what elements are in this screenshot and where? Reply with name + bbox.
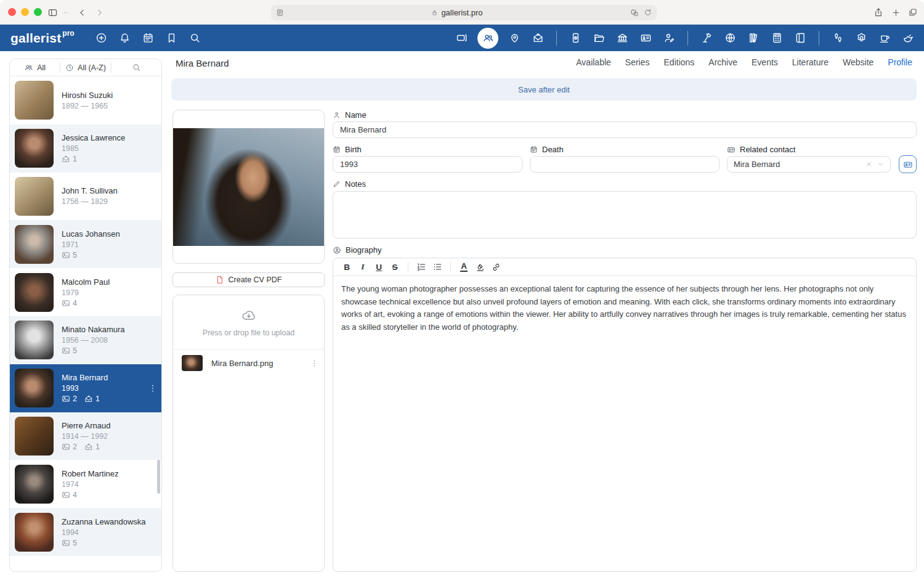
artist-dates: 1756 — 1829 [62,197,118,206]
underline-button[interactable]: U [371,260,386,274]
extensions-icon[interactable] [630,9,639,17]
file-dropzone[interactable]: Press or drop file to upload [173,295,324,349]
reload-icon[interactable] [644,9,652,17]
website-icon[interactable] [723,31,737,46]
biography-editor: BIUSA The young woman photographer posse… [333,258,917,572]
sidebar-scrollbar[interactable] [157,460,160,494]
artist-sidebar: All All (A-Z) Hiroshi Suzuki1892 — 1965J… [9,59,162,572]
birth-input[interactable] [333,156,522,173]
file-menu-icon[interactable] [310,359,319,368]
calendar-icon[interactable] [141,31,156,46]
artist-row[interactable]: John T. Sullivan1756 — 1829 [10,173,161,221]
notes-textarea[interactable] [333,191,917,239]
unordered-list-button[interactable] [430,260,445,274]
chevron-down-icon[interactable] [60,5,70,20]
zoom-window-button[interactable] [34,8,42,16]
contact-cards-icon[interactable] [638,31,653,46]
sidebar-search-button[interactable] [111,59,161,76]
add-icon[interactable] [94,31,109,46]
library-icon[interactable] [746,31,761,46]
contacts-icon[interactable] [477,28,498,49]
artist-row[interactable]: Zuzanna Lewandowska19945 [10,508,161,556]
cafe-icon[interactable] [877,31,892,46]
ordered-list-button[interactable] [414,260,429,274]
artist-portrait-image [173,128,324,246]
bold-button[interactable]: B [339,260,354,274]
locations-icon[interactable] [507,31,522,46]
artist-menu-icon[interactable] [148,383,158,393]
chevron-down-icon[interactable] [877,161,884,168]
text-color-button[interactable]: A [456,260,471,274]
artist-row[interactable]: Mira Bernard199321 [10,364,161,412]
artist-thumbnail [15,81,54,120]
back-button[interactable] [74,5,90,20]
biography-text[interactable]: The young woman photographer possesses a… [333,276,916,340]
artist-row[interactable]: Hiroshi Suzuki1892 — 1965 [10,76,161,125]
artist-row[interactable]: Minato Nakamura1956 — 20085 [10,316,161,364]
close-window-button[interactable] [8,8,16,16]
artist-row[interactable]: Pierre Arnaud1914 — 199221 [10,412,161,460]
artist-thumbnail [15,129,54,168]
link-button[interactable] [488,260,503,274]
search-icon[interactable] [188,31,203,46]
filter-all-button[interactable]: All [10,59,60,76]
reader-icon[interactable] [276,9,284,17]
minimize-window-button[interactable] [21,8,29,16]
artist-dates: 1979 [62,288,110,297]
tab-available[interactable]: Available [576,57,611,67]
italic-button[interactable]: I [355,260,370,274]
artist-thumbnail [15,273,54,312]
related-contact-value: Mira Bernard [734,160,865,169]
settings-icon[interactable] [854,31,869,46]
death-input[interactable] [530,156,719,173]
person-edit-icon[interactable] [662,31,676,46]
lamp-icon[interactable] [699,31,714,46]
publish-icon[interactable] [901,31,915,46]
calculator-icon[interactable] [769,31,784,46]
tab-editions[interactable]: Editions [664,57,695,67]
artist-thumbnail [15,465,54,504]
forward-button[interactable] [91,5,107,20]
app-logo[interactable]: gallerist pro [10,31,75,46]
url-bar[interactable]: gallerist.pro [271,5,657,20]
open-contact-button[interactable] [899,155,917,173]
create-cv-pdf-button[interactable]: Create CV PDF [172,272,325,287]
clock-icon [65,63,74,72]
tab-series[interactable]: Series [625,57,650,67]
file-row[interactable]: Mira Bernard.png [173,349,324,377]
tab-archive[interactable]: Archive [708,57,737,67]
strikethrough-button[interactable]: S [387,260,402,274]
footprints-icon[interactable] [830,31,845,46]
artist-photo-card [172,110,325,264]
share-icon[interactable] [870,5,886,20]
filter-sort-button[interactable]: All (A-Z) [60,59,110,76]
related-contact-select[interactable]: Mira Bernard [727,156,891,173]
artist-row[interactable]: Jessica Lawrence19851 [10,125,161,173]
notifications-icon[interactable] [118,31,132,46]
tab-literature[interactable]: Literature [792,57,829,67]
related-contact-label: Related contact [727,145,795,154]
artist-row[interactable]: Robert Martinez19744 [10,460,161,508]
institutions-icon[interactable] [615,31,630,46]
tab-website[interactable]: Website [843,57,873,67]
tab-profile[interactable]: Profile [888,57,912,67]
invoices-icon[interactable] [568,31,583,46]
artist-row[interactable]: Malcolm Paul19794 [10,268,161,316]
highlight-button[interactable] [472,260,487,274]
name-input[interactable] [333,121,917,138]
save-after-edit-button[interactable]: Save after edit [171,78,917,100]
artist-thumbnail [15,177,54,216]
new-tab-icon[interactable] [888,5,904,20]
artist-row[interactable]: Lucas Johansen19715 [10,220,161,268]
tab-overview-icon[interactable] [905,5,921,20]
bookmarks-icon[interactable] [164,31,179,46]
clear-icon[interactable] [865,161,872,168]
tab-events[interactable]: Events [752,57,778,67]
artist-name: Mira Bernard [62,373,108,382]
mail-icon[interactable] [530,31,545,46]
catalog-icon[interactable] [793,31,808,46]
sidebar-toggle-icon[interactable] [44,5,60,20]
files-icon[interactable] [591,31,606,46]
files-card: Press or drop file to upload Mira Bernar… [172,295,325,572]
artworks-icon[interactable] [454,31,469,46]
